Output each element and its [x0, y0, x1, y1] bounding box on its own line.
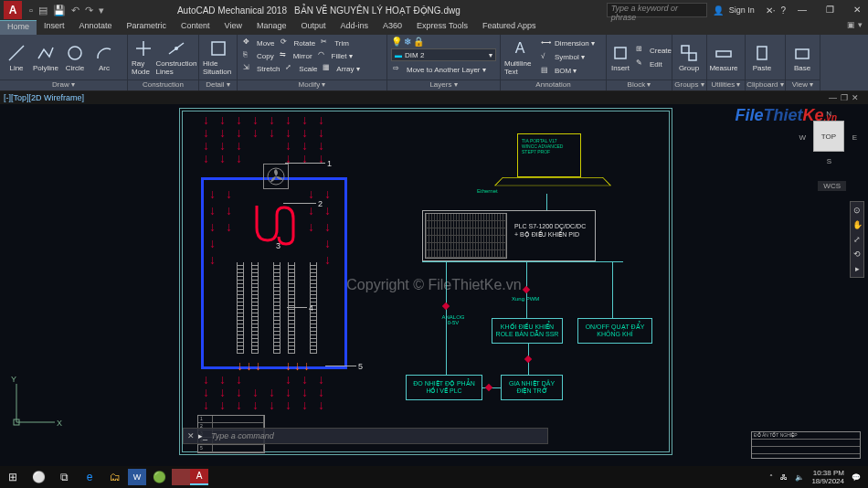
move-to-layer-button[interactable]: ⇨Move to Another Layer ▾ — [391, 63, 496, 76]
window-close-button[interactable]: ✕ — [846, 1, 868, 19]
panel-block-label[interactable]: Block ▾ — [607, 80, 672, 90]
scale-button[interactable]: ⤢Scale — [283, 62, 319, 75]
panel-draw-label[interactable]: Draw ▾ — [0, 80, 127, 90]
viewcube[interactable]: TOP — [813, 121, 844, 152]
array-button[interactable]: ▦Array ▾ — [321, 62, 361, 75]
vp-minimize-icon[interactable]: — — [829, 93, 837, 102]
help-search-input[interactable]: Type a keyword or phrase — [607, 3, 707, 17]
tray-up-icon[interactable]: ˄ — [769, 473, 773, 482]
tab-parametric[interactable]: Parametric — [120, 20, 175, 35]
insert-block-button[interactable]: Insert — [610, 43, 630, 72]
tab-insert[interactable]: Insert — [37, 20, 72, 35]
panel-annotation-label[interactable]: Annotation — [501, 80, 606, 90]
tray-network-icon[interactable]: 🖧 — [780, 473, 788, 482]
app-logo[interactable]: A — [4, 1, 22, 19]
layer-light-icon[interactable]: 💡 — [391, 37, 402, 47]
tab-featured[interactable]: Featured Apps — [475, 20, 544, 35]
vp-restore-icon[interactable]: ❐ — [841, 93, 848, 102]
hide-situation-button[interactable]: Hide Situation — [203, 38, 233, 76]
explorer-icon[interactable]: 🗂 — [102, 466, 128, 488]
system-clock[interactable]: 10:38 PM 18/9/2024 — [811, 469, 844, 485]
signin-icon[interactable]: 👤 — [713, 5, 724, 16]
panel-groups-label[interactable]: Groups ▾ — [672, 80, 706, 90]
measure-button[interactable]: Measure — [711, 43, 736, 72]
paste-button[interactable]: Paste — [749, 43, 775, 72]
mirror-button[interactable]: ⇋Mirror — [278, 49, 314, 62]
layer-dropdown[interactable]: ▬DIM 2▾ — [391, 48, 496, 61]
ribbon-collapse-icon[interactable]: ▣ ▾ — [847, 20, 863, 35]
taskview-button[interactable]: ⧉ — [51, 466, 77, 488]
panel-detail-label[interactable]: Detail ▾ — [199, 80, 237, 90]
nav-orbit-icon[interactable]: ⟲ — [853, 249, 861, 259]
exchange-icon[interactable]: ✕· — [766, 5, 776, 16]
edge-icon[interactable]: e — [77, 466, 102, 488]
dimension-button[interactable]: ⟷Dimension ▾ — [539, 37, 597, 50]
create-block-button[interactable]: ⊞Create — [634, 44, 673, 57]
nav-showmotion-icon[interactable]: ▸ — [855, 264, 860, 273]
rotate-button[interactable]: ⟳Rotate — [279, 37, 318, 49]
panel-utilities-label[interactable]: Utilities ▾ — [707, 80, 745, 90]
arc-button[interactable]: Arc — [91, 43, 117, 72]
qat-new-icon[interactable]: ▫ — [29, 5, 33, 16]
wcs-badge[interactable]: WCS — [818, 181, 846, 191]
polyline-button[interactable]: Polyline — [33, 43, 58, 72]
panel-view-label[interactable]: View ▾ — [786, 80, 820, 90]
symbol-button[interactable]: √Symbol ▾ — [539, 51, 597, 64]
construction-lines-button[interactable]: Construction Lines — [158, 38, 195, 76]
tab-output[interactable]: Output — [294, 20, 333, 35]
nav-zoom-icon[interactable]: ⤢ — [853, 235, 861, 244]
cmd-close-icon[interactable]: ✕ — [187, 431, 195, 440]
chrome-icon[interactable]: 🟢 — [146, 466, 172, 488]
search-button[interactable]: ⚪ — [26, 466, 51, 488]
tab-manage[interactable]: Manage — [249, 20, 294, 35]
group-button[interactable]: Group — [676, 43, 702, 72]
base-view-button[interactable]: Base — [789, 43, 815, 72]
qat-save-icon[interactable]: 💾 — [53, 5, 66, 16]
app-task-icon[interactable] — [172, 469, 190, 485]
layer-freeze-icon[interactable]: ❄ — [404, 37, 411, 47]
vp-close-icon[interactable]: ✕ — [852, 93, 859, 102]
start-button[interactable]: ⊞ — [0, 466, 26, 488]
tab-addins[interactable]: Add-ins — [333, 20, 376, 35]
qat-redo-icon[interactable]: ↷ — [85, 5, 93, 16]
drawing-canvas[interactable]: ↓↓↓↓↓↓↓↓ ↓↓↓↓↓↓↓↓ ↓↓↓↓↓↓ ↓↓↓↓↓↓ ↓↓↓↓ ↓↓↓… — [0, 104, 868, 466]
panel-layers-label[interactable]: Layers ▾ — [387, 80, 500, 90]
qat-undo-icon[interactable]: ↶ — [71, 5, 79, 16]
vc-east[interactable]: E — [852, 133, 857, 142]
signin-link[interactable]: Sign In — [729, 5, 755, 15]
command-line[interactable]: ✕ ▸_ Type a command — [183, 428, 548, 444]
tab-content[interactable]: Content — [174, 20, 217, 35]
tab-a360[interactable]: A360 — [376, 20, 409, 35]
layer-lock-icon[interactable]: 🔒 — [413, 37, 424, 47]
nav-wheel-icon[interactable]: ⊙ — [853, 206, 861, 215]
panel-clipboard-label[interactable]: Clipboard ▾ — [746, 80, 785, 90]
word-icon[interactable]: W — [128, 469, 146, 485]
stretch-button[interactable]: ⇲Stretch — [241, 62, 281, 75]
edit-block-button[interactable]: ✎Edit — [634, 58, 673, 70]
copy-button[interactable]: ⎘Copy — [241, 49, 276, 62]
raymode-button[interactable]: Ray Mode — [132, 38, 154, 76]
tab-express[interactable]: Express Tools — [409, 20, 475, 35]
vc-west[interactable]: W — [799, 133, 806, 142]
vc-south[interactable]: S — [827, 157, 831, 165]
tab-home[interactable]: Home — [0, 20, 37, 35]
trim-button[interactable]: ✂Trim — [319, 37, 351, 49]
autocad-task-icon[interactable]: A — [190, 469, 208, 485]
tray-sound-icon[interactable]: 🔈 — [795, 473, 804, 482]
window-restore-button[interactable]: ❐ — [819, 1, 841, 19]
tab-view[interactable]: View — [217, 20, 249, 35]
notifications-icon[interactable]: 💬 — [852, 473, 861, 482]
qat-open-icon[interactable]: ▤ — [38, 5, 48, 16]
help-icon[interactable]: ? — [780, 5, 786, 16]
move-button[interactable]: ✥Move — [241, 37, 277, 49]
nav-pan-icon[interactable]: ✋ — [852, 220, 863, 229]
multiline-text-button[interactable]: AMultiline Text — [504, 38, 535, 76]
fillet-button[interactable]: ◠Fillet ▾ — [316, 49, 355, 62]
panel-construction-label[interactable]: Construction — [128, 80, 198, 90]
circle-button[interactable]: Circle — [62, 43, 88, 72]
line-button[interactable]: Line — [4, 43, 29, 72]
window-minimize-button[interactable]: — — [791, 1, 813, 19]
viewport-label[interactable]: [-][Top][2D Wireframe] — [4, 93, 84, 102]
panel-modify-label[interactable]: Modify ▾ — [238, 80, 386, 90]
bom-button[interactable]: ▤BOM ▾ — [539, 65, 597, 78]
